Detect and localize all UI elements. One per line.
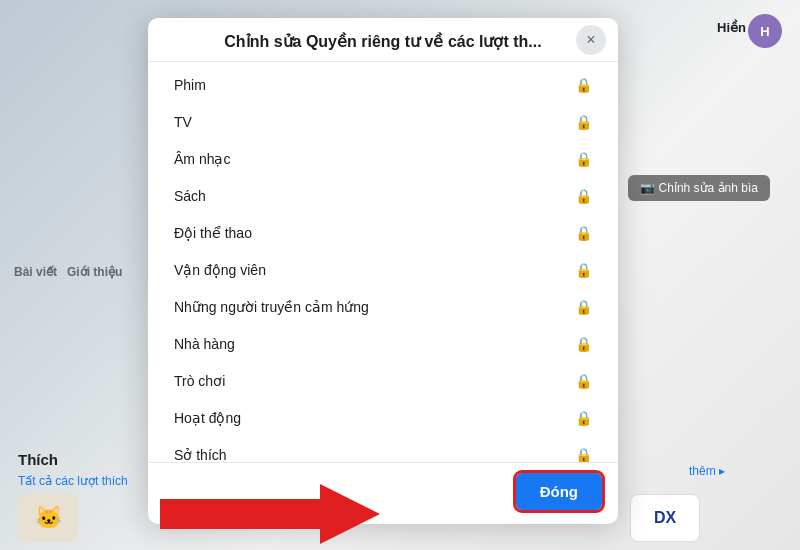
list-item-label-2: Âm nhạc — [174, 151, 230, 167]
list-item[interactable]: Âm nhạc🔒 — [154, 141, 612, 177]
dong-button[interactable]: Đóng — [516, 473, 602, 510]
list-item-label-8: Trò chơi — [174, 373, 225, 389]
list-item[interactable]: Hoạt động🔒 — [154, 400, 612, 436]
lock-icon-9: 🔒 — [575, 410, 592, 426]
list-item-label-3: Sách — [174, 188, 206, 204]
them-label[interactable]: thêm ▸ — [689, 464, 725, 478]
cover-photo-edit-btn[interactable]: 📷 Chỉnh sửa ảnh bìa — [628, 175, 770, 201]
list-item[interactable]: Sở thích🔒 — [154, 437, 612, 462]
list-item[interactable]: Nhà hàng🔒 — [154, 326, 612, 362]
nav-gioithieu[interactable]: Giới thiệu — [67, 265, 122, 279]
list-item-label-6: Những người truyền cảm hứng — [174, 299, 369, 315]
list-item[interactable]: TV🔒 — [154, 104, 612, 140]
thumb-image-2: DX — [630, 494, 700, 542]
list-item[interactable]: Phim🔒 — [154, 67, 612, 103]
lock-icon-4: 🔒 — [575, 225, 592, 241]
lock-icon-0: 🔒 — [575, 77, 592, 93]
nav-baiviet[interactable]: Bài viết — [14, 265, 57, 279]
lock-icon-2: 🔒 — [575, 151, 592, 167]
list-item[interactable]: Những người truyền cảm hứng🔒 — [154, 289, 612, 325]
thumb-image-1: 🐱 — [18, 494, 78, 542]
lock-icon-8: 🔒 — [575, 373, 592, 389]
list-item-label-10: Sở thích — [174, 447, 227, 462]
lock-icon-7: 🔒 — [575, 336, 592, 352]
modal-body: Phim🔒TV🔒Âm nhạc🔒Sách🔒Đội thể thao🔒Vận độ… — [148, 62, 618, 462]
tat-ca-label[interactable]: Tất cả các lượt thích — [18, 474, 128, 488]
user-name-label: Hiền — [717, 20, 746, 35]
list-item[interactable]: Sách🔒 — [154, 178, 612, 214]
list-item[interactable]: Vận động viên🔒 — [154, 252, 612, 288]
lock-icon-6: 🔒 — [575, 299, 592, 315]
avatar: H — [748, 14, 782, 48]
list-item[interactable]: Trò chơi🔒 — [154, 363, 612, 399]
lock-icon-10: 🔒 — [575, 447, 592, 462]
profile-nav: Bài viết Giới thiệu — [14, 265, 122, 279]
list-item-label-1: TV — [174, 114, 192, 130]
list-item-label-7: Nhà hàng — [174, 336, 235, 352]
modal-header: Chỉnh sửa Quyền riêng tư về các lượt th.… — [148, 18, 618, 62]
lock-icon-3: 🔒 — [575, 188, 592, 204]
list-item-label-5: Vận động viên — [174, 262, 266, 278]
modal-footer: Đóng — [148, 462, 618, 524]
list-item[interactable]: Đội thể thao🔒 — [154, 215, 612, 251]
list-item-label-0: Phim — [174, 77, 206, 93]
privacy-modal: Chỉnh sửa Quyền riêng tư về các lượt th.… — [148, 18, 618, 524]
thich-heading: Thích — [18, 451, 58, 468]
modal-close-button[interactable]: × — [576, 25, 606, 55]
lock-icon-5: 🔒 — [575, 262, 592, 278]
lock-icon-1: 🔒 — [575, 114, 592, 130]
list-item-label-9: Hoạt động — [174, 410, 241, 426]
list-item-label-4: Đội thể thao — [174, 225, 252, 241]
modal-title: Chỉnh sửa Quyền riêng tư về các lượt th.… — [164, 32, 602, 51]
